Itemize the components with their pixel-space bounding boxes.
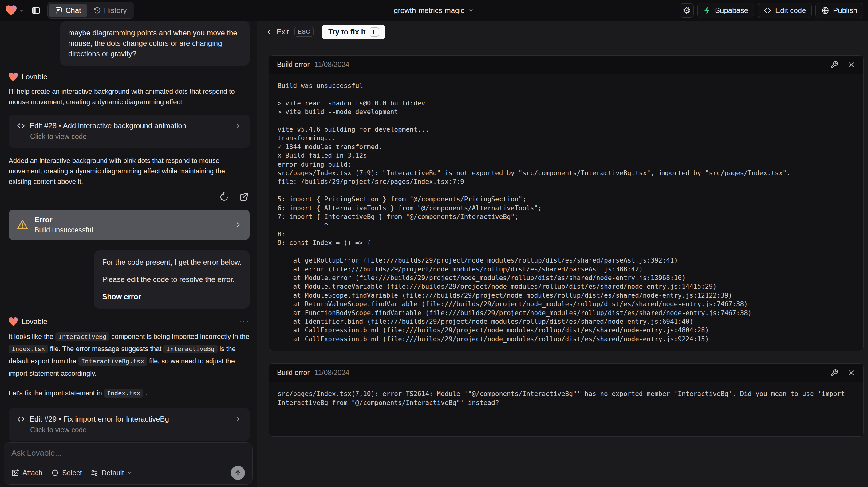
build-log: Build was unsuccessful > vite_react_shad… [269, 74, 863, 351]
edit-code-label: Edit code [775, 6, 806, 15]
panel-title: Build error [277, 369, 310, 377]
build-error-panel-2: Build error 11/08/2024 src/pages/Index.t… [269, 363, 864, 436]
chat-input[interactable] [11, 448, 245, 458]
tab-chat-label: Chat [65, 6, 81, 15]
show-error-link[interactable]: Show error [102, 292, 242, 302]
try-to-fix-button[interactable]: Try to fix it F [322, 25, 385, 39]
tab-history-label: History [104, 6, 127, 15]
chat-bubble-icon [55, 7, 62, 14]
model-selector[interactable]: Default [90, 469, 132, 477]
panel-date: 11/08/2024 [314, 369, 349, 377]
warning-triangle-icon [16, 219, 29, 231]
sliders-icon [90, 469, 98, 477]
error-card-subtitle: Build unsuccessful [34, 225, 234, 235]
arrow-up-icon [234, 469, 242, 477]
chat-message-list: maybe diagramming points and when you mo… [0, 21, 257, 487]
fix-wrench-icon[interactable] [830, 61, 838, 69]
send-button[interactable] [231, 466, 245, 480]
attach-label: Attach [23, 469, 42, 477]
chat-composer: Attach Select Default [4, 443, 253, 485]
publish-button[interactable]: Publish [815, 3, 863, 18]
code-brackets-icon [764, 6, 772, 14]
code-brackets-icon [17, 121, 25, 130]
history-icon [93, 7, 101, 14]
chevron-right-icon [234, 122, 242, 129]
esc-key-badge: ESC [294, 27, 313, 37]
lovable-heart-icon [9, 72, 18, 81]
chat-history-tabs: Chat History [47, 2, 134, 19]
chevron-right-icon [234, 415, 242, 423]
lovable-logo-menu[interactable] [5, 5, 25, 16]
retry-icon[interactable] [218, 191, 230, 203]
chevron-down-icon [127, 470, 132, 476]
project-switcher[interactable]: growth-metrics-magic [394, 6, 474, 15]
assistant-message-text: I'll help create an interactive backgrou… [9, 86, 250, 107]
target-icon [51, 469, 59, 477]
supabase-icon [703, 6, 711, 14]
assistant-header: Lovable ··· [9, 317, 250, 326]
edit-code-button[interactable]: Edit code [758, 3, 812, 18]
fix-wrench-icon[interactable] [830, 369, 838, 377]
message-menu-button[interactable]: ··· [239, 317, 250, 326]
edit-card-title: Edit #28 • Add interactive background an… [30, 121, 230, 130]
assistant-name: Lovable [22, 317, 47, 326]
edit-card-subtitle: Click to view code [30, 426, 242, 434]
user-message-text: Please edit the code to resolve the erro… [102, 274, 242, 285]
model-label: Default [101, 469, 124, 477]
error-overlay-header: Exit ESC Try to fix it F [257, 21, 868, 43]
attach-image-icon [11, 469, 19, 477]
select-label: Select [62, 469, 82, 477]
project-name: growth-metrics-magic [394, 6, 464, 15]
edit-card-subtitle: Click to view code [30, 132, 242, 141]
code-brackets-icon [17, 415, 25, 423]
edit-card-29[interactable]: Edit #29 • Fix import error for Interact… [9, 408, 250, 441]
chevron-right-icon [234, 221, 242, 229]
user-message: maybe diagramming points and when you mo… [60, 21, 250, 66]
globe-icon [821, 6, 829, 14]
publish-label: Publish [833, 6, 857, 15]
message-menu-button[interactable]: ··· [239, 72, 250, 82]
panel-left-icon [31, 6, 40, 15]
gear-icon: ⚙ [683, 5, 691, 16]
exit-button[interactable]: Exit [266, 28, 289, 36]
app-window: Chat History growth-metrics-magic [0, 0, 868, 487]
open-external-icon[interactable] [238, 191, 250, 203]
panel-title: Build error [277, 61, 310, 69]
tab-history[interactable]: History [87, 4, 133, 17]
tab-chat[interactable]: Chat [49, 4, 87, 17]
build-error-panel-1: Build error 11/08/2024 Build was unsucce… [269, 55, 864, 351]
error-card-title: Error [34, 215, 234, 225]
close-icon[interactable] [847, 369, 856, 377]
chat-panel: maybe diagramming points and when you mo… [0, 21, 257, 487]
settings-button[interactable]: ⚙ [680, 3, 694, 18]
lovable-heart-icon [5, 5, 17, 16]
panel-header: Build error 11/08/2024 [269, 364, 863, 382]
chevron-down-icon [468, 7, 474, 13]
user-message-text: maybe diagramming points and when you mo… [68, 28, 242, 59]
assistant-message-text: Let's fix the import statement in Index.… [9, 387, 250, 399]
toggle-sidebar-button[interactable] [29, 3, 43, 18]
assistant-name: Lovable [22, 72, 47, 81]
supabase-button[interactable]: Supabase [698, 3, 754, 18]
error-overlay: Exit ESC Try to fix it F Build error 11/… [257, 21, 868, 487]
build-log: src/pages/Index.tsx(7,10): error TS2614:… [269, 382, 863, 436]
assistant-header: Lovable ··· [9, 72, 250, 82]
build-error-card[interactable]: Error Build unsuccessful [9, 210, 250, 240]
panel-header: Build error 11/08/2024 [269, 56, 863, 74]
try-to-fix-label: Try to fix it [328, 28, 366, 36]
assistant-message-text: Added an interactive background with pin… [9, 156, 250, 187]
chevron-down-icon [19, 7, 25, 13]
supabase-label: Supabase [715, 6, 748, 15]
exit-label: Exit [277, 28, 289, 36]
close-icon[interactable] [847, 61, 856, 69]
user-message: For the code present, I get the error be… [94, 250, 250, 309]
f-key-badge: F [370, 27, 379, 37]
edit-card-28[interactable]: Edit #28 • Add interactive background an… [9, 115, 250, 148]
message-actions [9, 191, 250, 203]
attach-button[interactable]: Attach [11, 469, 42, 477]
panel-date: 11/08/2024 [314, 61, 349, 69]
chevron-left-icon [266, 29, 272, 35]
select-element-button[interactable]: Select [51, 469, 82, 477]
user-message-text: For the code present, I get the error be… [102, 257, 242, 268]
edit-card-title: Edit #29 • Fix import error for Interact… [30, 415, 230, 423]
